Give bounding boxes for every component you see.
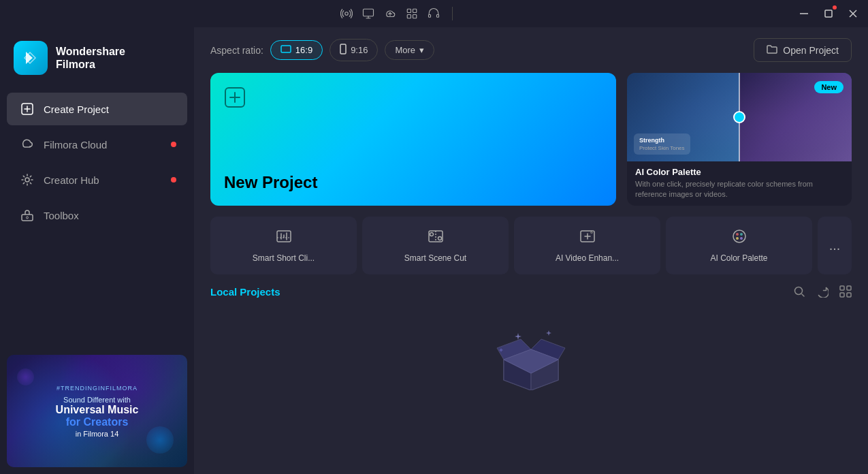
monitor-small-icon xyxy=(280,45,291,55)
smart-short-clip-label: Smart Short Cli... xyxy=(253,253,315,263)
ai-video-enhance-label: AI Video Enhan... xyxy=(556,253,619,263)
creator-hub-icon xyxy=(20,173,34,187)
svg-rect-16 xyxy=(281,46,291,52)
main-layout: Wondershare Filmora Create Project Filmo… xyxy=(0,27,868,474)
svg-rect-34 xyxy=(847,293,851,297)
ai-showcase-card: Strength Protect Skin Tones New AI Color… xyxy=(627,73,852,206)
creator-hub-notification-dot xyxy=(171,177,176,183)
svg-point-30 xyxy=(795,287,803,295)
chevron-down-icon: ▾ xyxy=(419,45,424,55)
more-label: More xyxy=(395,45,415,55)
main-content: Aspect ratio: 16:9 9:16 More xyxy=(194,27,868,474)
window-controls xyxy=(794,4,863,23)
search-projects-button[interactable] xyxy=(793,285,805,298)
svg-rect-14 xyxy=(22,215,33,221)
svg-rect-6 xyxy=(429,15,431,18)
titlebar-divider xyxy=(452,7,453,20)
promo-line3: for Creators xyxy=(66,416,129,428)
svg-rect-4 xyxy=(407,15,411,18)
smart-scene-cut-label: Smart Scene Cut xyxy=(404,253,466,263)
filmora-cloud-icon xyxy=(20,138,34,151)
titlebar-icons xyxy=(340,7,455,20)
local-projects-title: Local Projects xyxy=(210,286,793,298)
headset-icon[interactable] xyxy=(428,7,440,20)
minimize-button[interactable] xyxy=(794,4,814,23)
more-aspect-ratios-button[interactable]: More ▾ xyxy=(385,40,434,60)
ai-color-palette-icon xyxy=(731,228,748,248)
ai-card-info: AI Color Palette With one click, precise… xyxy=(627,161,852,204)
svg-point-29 xyxy=(740,237,743,240)
toolbox-label: Toolbox xyxy=(44,210,79,221)
ai-color-palette-label: AI Color Palette xyxy=(710,253,767,263)
svg-point-25 xyxy=(733,230,745,242)
ai-video-enhance-button[interactable]: AI Video Enhan... xyxy=(514,217,660,274)
refresh-projects-button[interactable] xyxy=(816,285,829,298)
company-name: Wondershare xyxy=(56,45,125,58)
svg-rect-31 xyxy=(840,286,844,290)
filmora-cloud-label: Filmora Cloud xyxy=(44,139,107,151)
sidebar-item-filmora-cloud[interactable]: Filmora Cloud xyxy=(7,128,187,161)
aspect-ratio-bar: Aspect ratio: 16:9 9:16 More xyxy=(194,27,868,73)
svg-point-26 xyxy=(736,233,739,236)
svg-rect-9 xyxy=(825,10,832,17)
local-projects-section: Local Projects xyxy=(194,285,868,474)
phone-small-icon xyxy=(340,44,347,57)
broadcast-icon[interactable] xyxy=(340,7,353,20)
sidebar-promo[interactable]: #TrendingInFilmora Sound Different with … xyxy=(0,348,194,474)
sidebar-item-create-project[interactable]: Create Project xyxy=(7,93,187,125)
svg-point-15 xyxy=(27,217,29,219)
creator-hub-label: Creator Hub xyxy=(44,174,99,186)
ai-card-title: AI Color Palette xyxy=(635,167,843,177)
create-project-icon xyxy=(20,102,34,116)
close-button[interactable] xyxy=(843,4,863,23)
aspect-9-16-button[interactable]: 9:16 xyxy=(329,39,378,61)
ai-card-new-badge: New xyxy=(814,81,843,93)
grid-icon[interactable] xyxy=(406,7,418,20)
more-features-icon: ... xyxy=(829,238,841,253)
monitor-icon[interactable] xyxy=(362,7,374,20)
sidebar-item-creator-hub[interactable]: Creator Hub xyxy=(7,163,187,196)
ai-color-palette-button[interactable]: AI Color Palette xyxy=(666,217,812,274)
more-features-button[interactable]: ... xyxy=(818,217,852,274)
sidebar-logo: Wondershare Filmora xyxy=(0,27,194,91)
promo-line4: in Filmora 14 xyxy=(76,430,119,438)
new-project-label: New Project xyxy=(224,173,602,192)
svg-rect-2 xyxy=(407,9,411,12)
promo-tag: #TrendingInFilmora xyxy=(57,385,138,392)
open-project-button[interactable]: Open Project xyxy=(754,38,852,62)
ai-card-pagination-dots xyxy=(627,204,852,206)
promo-line1: Sound Different with xyxy=(63,396,131,404)
folder-icon xyxy=(767,44,777,56)
sidebar-item-toolbox[interactable]: Toolbox xyxy=(7,199,187,232)
smart-scene-cut-icon xyxy=(428,228,444,248)
svg-rect-17 xyxy=(340,44,346,54)
smart-short-clip-button[interactable]: Smart Short Cli... xyxy=(210,217,357,274)
sidebar: Wondershare Filmora Create Project Filmo… xyxy=(0,27,194,474)
empty-projects-state xyxy=(210,309,852,404)
view-toggle-button[interactable] xyxy=(839,285,852,298)
smart-scene-cut-button[interactable]: Smart Scene Cut xyxy=(362,217,509,274)
svg-rect-1 xyxy=(364,9,374,16)
cloud-upload-icon[interactable] xyxy=(384,7,396,20)
cards-area: New Project Strength Protect Skin Tones xyxy=(194,73,868,217)
aspect-16-9-button[interactable]: 16:9 xyxy=(270,40,323,60)
filmora-cloud-notification-dot xyxy=(171,142,176,147)
new-project-plus-icon xyxy=(224,86,246,113)
local-projects-header: Local Projects xyxy=(210,285,852,298)
feature-buttons-row: Smart Short Cli... Smart Scene Cut xyxy=(194,217,868,285)
svg-rect-5 xyxy=(413,15,417,18)
app-logo-icon xyxy=(14,41,48,75)
logo-text: Wondershare Filmora xyxy=(56,45,125,71)
create-project-label: Create Project xyxy=(44,104,109,115)
new-project-card[interactable]: New Project xyxy=(210,73,616,206)
svg-point-21 xyxy=(430,233,433,236)
smart-short-clip-icon xyxy=(276,228,292,248)
svg-rect-32 xyxy=(847,286,851,290)
toolbox-icon xyxy=(20,208,34,222)
aspect-ratio-label: Aspect ratio: xyxy=(210,45,263,56)
promo-line2: Universal Music xyxy=(56,404,139,416)
svg-point-27 xyxy=(740,233,743,236)
maximize-button[interactable] xyxy=(819,4,838,23)
svg-point-28 xyxy=(736,237,739,240)
ai-card-description: With one click, precisely replicate colo… xyxy=(635,179,843,200)
